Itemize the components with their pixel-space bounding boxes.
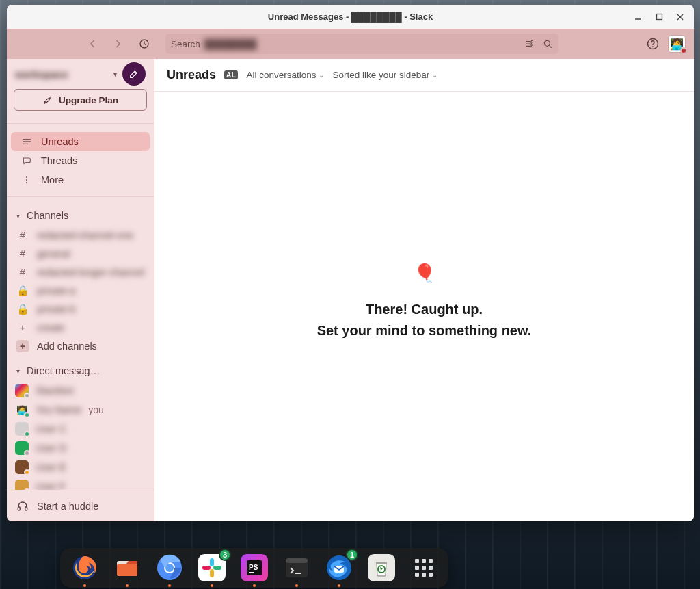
running-indicator-icon: [83, 584, 86, 587]
sidebar-item-unreads[interactable]: Unreads: [11, 132, 150, 151]
channel-item[interactable]: 🔒private-b: [7, 300, 154, 318]
avatar-icon: [15, 441, 29, 455]
search-input[interactable]: Search ████████: [165, 34, 558, 54]
channel-name: redacted-longer-channel: [37, 267, 144, 278]
lock-icon: 🔒: [16, 285, 29, 297]
dock-app-trash[interactable]: [366, 553, 396, 583]
window-controls: [628, 5, 690, 29]
search-icon[interactable]: [542, 38, 553, 49]
add-channels-button[interactable]: + Add channels: [7, 337, 154, 355]
you-suffix: you: [88, 404, 104, 415]
window-maximize-button[interactable]: [649, 8, 669, 27]
sidebar-item-more[interactable]: More: [11, 170, 150, 189]
dm-name: User C: [36, 423, 66, 434]
avatar-icon: [15, 460, 29, 474]
sidebar: workspace ▾ Upgrade Plan: [7, 59, 154, 521]
compose-button[interactable]: [122, 62, 146, 86]
channel-item[interactable]: #general: [7, 244, 154, 263]
channel-item[interactable]: #redacted-longer-channel: [7, 263, 154, 281]
history-button[interactable]: [134, 34, 154, 54]
running-indicator-icon: [338, 584, 340, 587]
dock-app-apps-grid[interactable]: [409, 553, 439, 583]
workspace-switcher[interactable]: workspace ▾: [7, 59, 154, 89]
dm-name: User E: [36, 462, 66, 473]
sidebar-item-label: Unreads: [41, 136, 79, 147]
window-close-button[interactable]: [671, 8, 690, 27]
dock-app-slack[interactable]: 3: [197, 553, 227, 583]
hash-icon: #: [16, 229, 29, 241]
channel-item[interactable]: #redacted-channel-one: [7, 226, 154, 244]
notification-badge: 1: [346, 549, 358, 561]
svg-rect-27: [210, 569, 214, 577]
add-channels-label: Add channels: [37, 341, 97, 352]
dm-item[interactable]: Slackbot: [7, 381, 154, 400]
trash-icon: [368, 554, 395, 581]
threads-icon: [21, 155, 33, 166]
running-indicator-icon: [295, 584, 298, 587]
dm-item[interactable]: User F: [7, 477, 154, 490]
nav-back-button[interactable]: [82, 34, 103, 54]
dock-app-files[interactable]: [112, 553, 142, 583]
start-huddle-button[interactable]: Start a huddle: [7, 490, 154, 521]
dm-item[interactable]: 🧑‍💻You Nameyou: [7, 400, 154, 419]
svg-rect-26: [213, 566, 221, 570]
dock-app-thunderbird[interactable]: 1: [324, 553, 354, 583]
dock-app-firefox[interactable]: [70, 553, 100, 583]
sidebar-item-threads[interactable]: Threads: [11, 151, 150, 170]
channels-section-header[interactable]: ▾ Channels: [7, 205, 154, 226]
presence-dot-icon: [24, 393, 30, 399]
phpstorm-icon: PS: [241, 554, 268, 581]
divider: [7, 123, 154, 124]
presence-dot-icon: [24, 431, 30, 437]
window-minimize-button[interactable]: [628, 8, 647, 27]
chevron-down-icon: ⌄: [319, 71, 324, 79]
headphones-icon: [16, 500, 29, 512]
svg-rect-20: [117, 564, 137, 576]
nav-forward-button[interactable]: [108, 34, 129, 54]
presence-dot-icon: [24, 488, 30, 490]
empty-state: 🎈 There! Caught up. Set your mind to som…: [154, 92, 694, 521]
presence-indicator-icon: [680, 47, 687, 54]
svg-point-12: [48, 99, 49, 100]
empty-line-1: There! Caught up.: [366, 299, 483, 320]
dock-app-terminal[interactable]: [282, 553, 312, 583]
svg-rect-25: [210, 558, 214, 566]
svg-rect-17: [25, 506, 27, 510]
filter-all-conversations[interactable]: All conversations ⌄: [246, 70, 324, 80]
filter-sort[interactable]: Sorted like your sidebar ⌄: [332, 70, 438, 80]
slack-window: Unread Messages - ████████ - Slack: [7, 5, 694, 521]
filter-label: All conversations: [246, 70, 316, 80]
app-body: workspace ▾ Upgrade Plan: [7, 59, 694, 521]
svg-point-13: [26, 176, 27, 178]
avatar-icon: 🧑‍💻: [15, 403, 29, 417]
svg-rect-34: [286, 558, 308, 563]
caret-down-icon: ▾: [16, 212, 20, 220]
dock-app-phpstorm[interactable]: PS: [239, 553, 269, 583]
channel-name: private-a: [37, 285, 75, 296]
svg-point-6: [530, 43, 532, 45]
chevron-down-icon: ▾: [113, 70, 117, 78]
filter-icon[interactable]: [524, 38, 535, 49]
channel-item[interactable]: +create: [7, 318, 154, 337]
dm-item[interactable]: User D: [7, 439, 154, 458]
help-button[interactable]: [643, 34, 662, 53]
svg-rect-32: [249, 572, 254, 573]
dm-section-header[interactable]: ▾ Direct messag…: [7, 361, 154, 381]
dock-app-chromium[interactable]: [154, 553, 185, 583]
svg-point-5: [531, 40, 533, 42]
filter-label: Sorted like your sidebar: [332, 70, 429, 80]
channel-item[interactable]: 🔒private-a: [7, 281, 154, 300]
hash-icon: #: [16, 248, 29, 259]
keyboard-hint: AL: [224, 70, 238, 79]
section-title: Channels: [27, 210, 68, 221]
unreads-icon: [21, 136, 33, 147]
svg-point-14: [26, 179, 27, 181]
top-toolbar: Search ████████ 🧑‍💻: [7, 29, 694, 59]
svg-text:PS: PS: [249, 564, 258, 571]
dm-item[interactable]: User C: [7, 419, 154, 439]
sidebar-list: Unreads Threads More ▾ Ch: [7, 128, 154, 490]
user-avatar-button[interactable]: 🧑‍💻: [668, 35, 686, 53]
dm-item[interactable]: User E: [7, 458, 154, 477]
upgrade-plan-button[interactable]: Upgrade Plan: [14, 89, 147, 111]
upgrade-label: Upgrade Plan: [59, 95, 118, 105]
